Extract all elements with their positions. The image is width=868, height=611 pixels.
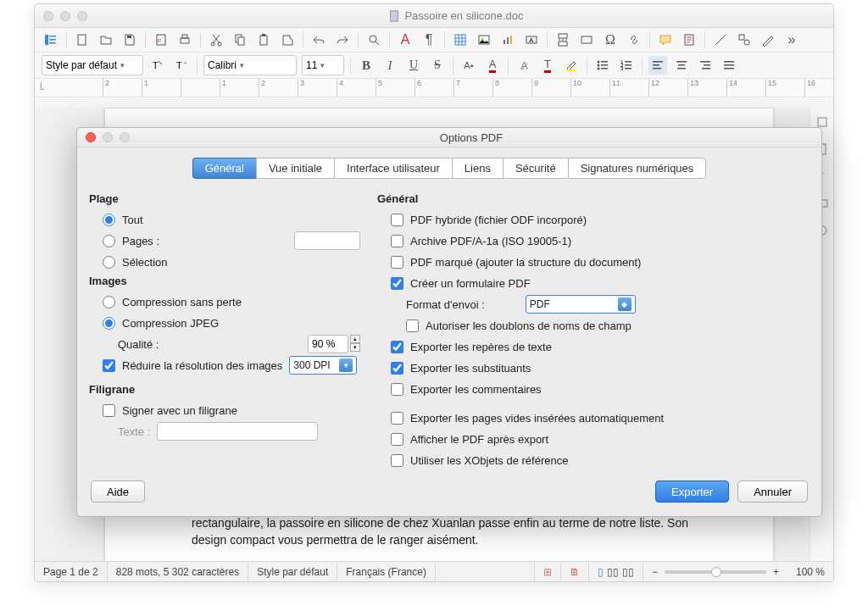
view-single-icon[interactable]: ▯ [598,566,604,578]
status-style[interactable]: Style par défaut [248,562,337,581]
char-highlight-icon[interactable]: T [538,56,557,75]
font-name-select[interactable]: Calibri▾ [203,55,297,75]
chart-icon[interactable] [498,31,517,49]
undo-icon[interactable] [309,31,328,49]
check-comments[interactable] [391,383,403,396]
trackchanges-icon[interactable] [680,31,698,49]
spellcheck-icon[interactable]: A [396,31,415,49]
strikethrough-icon[interactable]: S [428,56,447,75]
dialog-close-icon[interactable] [86,132,96,142]
check-placeholders[interactable] [391,362,403,375]
dialog-minimize-icon[interactable] [103,132,113,142]
check-hybrid[interactable] [391,214,403,226]
radio-lossless[interactable] [103,296,115,308]
paragraph-style-select[interactable]: Style par défaut▾ [42,55,143,75]
window-zoom-icon[interactable] [77,11,87,21]
cancel-button[interactable]: Annuler [737,480,808,503]
field-icon[interactable] [577,31,596,49]
export-pdf-icon[interactable]: P [152,31,170,49]
draw-icon[interactable] [759,31,777,49]
save-icon[interactable] [120,31,139,49]
check-sign-watermark[interactable] [103,404,115,417]
dialog-zoom-icon[interactable] [120,132,130,142]
window-close-icon[interactable] [43,11,53,21]
zoom-slider[interactable] [665,570,766,574]
tab-signatures-numériques[interactable]: Signatures numériques [568,158,707,179]
new-style-icon[interactable]: T+ [172,56,191,75]
more-icon[interactable]: » [782,31,801,49]
status-page[interactable]: Page 1 de 2 [35,562,108,581]
find-icon[interactable] [364,31,383,49]
status-signature[interactable]: 🗎 [561,562,589,581]
body-text[interactable]: rectangulaire, la passoire en silicone d… [192,515,726,548]
table-icon[interactable] [451,31,470,49]
quality-stepper[interactable]: ▴▾ [350,335,360,353]
font-color-icon[interactable]: A [483,56,502,75]
input-pages[interactable] [294,231,360,250]
clear-fmt-icon[interactable]: A̷ [515,56,533,75]
nonprinting-icon[interactable]: ¶ [420,31,438,49]
open-icon[interactable] [97,31,115,49]
status-language[interactable]: Français (France) [337,562,436,581]
check-blank-pages[interactable] [391,412,403,425]
comment-icon[interactable] [656,31,675,49]
hyperlink-icon[interactable] [625,31,643,49]
radio-pages[interactable] [103,235,115,247]
redo-icon[interactable] [333,31,352,49]
numbering-icon[interactable]: 123 [617,56,636,75]
pagebreak-icon[interactable] [554,31,572,49]
check-bookmarks[interactable] [391,341,403,353]
check-allow-dup[interactable] [406,319,419,332]
align-left-icon[interactable] [648,56,667,75]
align-center-icon[interactable] [672,56,691,75]
tab-sécurité[interactable]: Sécurité [503,158,568,179]
bullets-icon[interactable] [593,56,612,75]
zoom-out-icon[interactable]: − [652,566,658,578]
new-icon[interactable] [73,31,92,49]
select-dpi[interactable]: 300 DPI▾ [289,356,357,375]
view-multi-icon[interactable]: ▯▯ [607,566,619,578]
window-minimize-icon[interactable] [60,11,70,21]
line-icon[interactable] [711,31,730,49]
input-quality[interactable] [308,335,348,353]
tab-général[interactable]: Général [192,158,256,179]
zoom-value[interactable]: 100 % [787,562,833,581]
cut-icon[interactable] [207,31,225,49]
check-xobjects[interactable] [391,454,403,467]
status-insert-mode[interactable]: ⊞ [535,562,561,581]
horizontal-ruler[interactable]: L 21123456789101112131415161718 [35,79,833,97]
select-submit-format[interactable]: PDF◆ [526,295,636,314]
check-view-after[interactable] [391,433,403,446]
align-right-icon[interactable] [696,56,715,75]
align-justify-icon[interactable] [720,56,738,75]
export-button[interactable]: Exporter [655,480,729,503]
radio-tout[interactable] [103,214,115,226]
tab-liens[interactable]: Liens [452,158,503,179]
italic-icon[interactable]: I [381,56,399,75]
font-size-select[interactable]: 11▾ [302,55,344,75]
specialchar-icon[interactable]: Ω [601,31,620,49]
check-tagged[interactable] [391,256,403,269]
view-book-icon[interactable]: ▯▯ [622,566,634,578]
paste-icon[interactable] [254,31,273,49]
check-reduce-resolution[interactable] [103,359,115,372]
bold-icon[interactable]: B [357,56,376,75]
superscript-icon[interactable]: A▴ [459,56,478,75]
textbox-icon[interactable]: A [522,31,541,49]
radio-selection[interactable] [103,256,115,269]
check-archive[interactable] [391,235,403,247]
update-style-icon[interactable]: T [148,56,167,75]
copy-icon[interactable] [231,31,249,49]
radio-jpeg[interactable] [103,317,115,330]
highlight-icon[interactable] [562,56,581,75]
sidebar-toggle-icon[interactable] [42,31,60,49]
tab-interface-utilisateur[interactable]: Interface utilisateur [334,158,452,179]
shapes-icon[interactable] [735,31,754,49]
check-create-form[interactable] [391,277,403,290]
help-button[interactable]: Aide [91,480,145,503]
status-wordcount[interactable]: 828 mots, 5 302 caractères [108,562,248,581]
underline-icon[interactable]: U [404,56,423,75]
zoom-in-icon[interactable]: + [773,566,779,578]
image-icon[interactable] [475,31,493,49]
clone-fmt-icon[interactable] [278,31,297,49]
